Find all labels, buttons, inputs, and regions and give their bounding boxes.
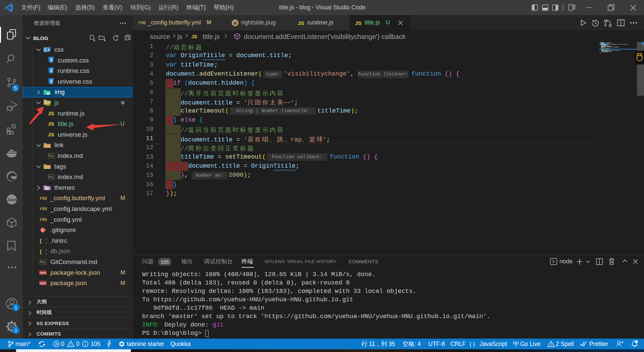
svg-text:Json: Json bbox=[7, 197, 16, 202]
svg-text:JS: JS bbox=[298, 20, 304, 26]
svg-text:YML: YML bbox=[39, 196, 47, 201]
svg-text:1: 1 bbox=[14, 327, 17, 333]
svg-text:3: 3 bbox=[48, 48, 49, 51]
svg-text:1: 1 bbox=[14, 305, 17, 310]
svg-text:3: 3 bbox=[50, 69, 52, 73]
svg-text:5: 5 bbox=[14, 85, 17, 91]
svg-text:YML: YML bbox=[39, 207, 47, 211]
svg-text:{ }: { } bbox=[39, 249, 47, 254]
svg-text:YML: YML bbox=[138, 20, 146, 25]
svg-text:YML: YML bbox=[39, 217, 47, 222]
svg-text:3: 3 bbox=[50, 79, 52, 83]
svg-text:JS: JS bbox=[355, 20, 362, 26]
svg-text:{ }: { } bbox=[39, 238, 47, 244]
svg-text:npm: npm bbox=[40, 281, 46, 285]
svg-text:npm: npm bbox=[40, 271, 46, 274]
svg-text:3: 3 bbox=[50, 58, 52, 62]
svg-text:JS: JS bbox=[191, 34, 197, 39]
